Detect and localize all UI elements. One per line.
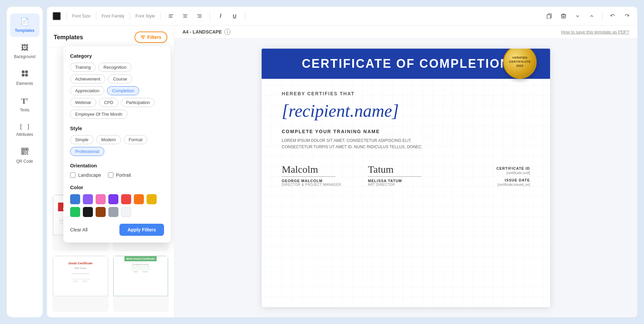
cert-signature-2: Tatum MELISSA TATUM ART DIRECTOR	[368, 164, 422, 186]
svg-rect-9	[22, 152, 24, 154]
canvas-area: A4 - LANDSCAPE i How to save this templa…	[174, 25, 637, 317]
italic-button[interactable]: I	[215, 11, 225, 21]
svg-rect-19	[183, 16, 187, 16]
sidebar-item-templates[interactable]: 📄 Templates	[10, 13, 40, 37]
seal-line3: 2022	[516, 64, 524, 67]
style-simple[interactable]: Simple	[70, 135, 94, 144]
svg-rect-15	[169, 14, 173, 15]
pdf-hint[interactable]: How to save this template as PDF?	[561, 30, 629, 35]
info-icon[interactable]: i	[224, 29, 230, 35]
main-area: Font Size Font Family Font Style I U	[43, 0, 644, 324]
canvas-format: A4 - LANDSCAPE i	[182, 29, 230, 35]
style-modern[interactable]: Modern	[96, 135, 121, 144]
qrcode-icon	[21, 148, 29, 157]
color-green[interactable]	[70, 207, 80, 217]
sig2-name: Tatum	[368, 164, 393, 175]
sidebar-item-attributes[interactable]: [ ] Attributes	[10, 119, 40, 141]
filters-btn-label: Filters	[147, 35, 161, 40]
color-orange[interactable]	[134, 194, 144, 204]
toolbar-divider-1	[66, 12, 67, 20]
card4-header: Birth Doula Certificate	[124, 256, 157, 261]
tag-webinar[interactable]: Webinar	[70, 98, 96, 107]
tag-achievement[interactable]: Achievement	[70, 74, 105, 84]
color-gray[interactable]	[108, 207, 118, 217]
gold-seal-circle: VERIFIED CERTIFICATE 2022	[503, 49, 537, 79]
portrait-checkbox[interactable]	[108, 172, 113, 178]
sidebar-item-elements[interactable]: Elements	[10, 66, 40, 90]
orientation-portrait[interactable]: Portrait	[108, 172, 131, 178]
color-violet[interactable]	[83, 194, 93, 204]
filter-dropdown: Category Training Recognition Achievemen…	[63, 46, 171, 242]
sidebar-item-label: Templates	[15, 28, 34, 33]
svg-rect-18	[183, 14, 187, 15]
underline-button[interactable]: U	[229, 11, 239, 21]
align-center-button[interactable]	[180, 11, 190, 21]
sig1-name: Malcolm	[282, 164, 318, 175]
color-title: Color	[70, 184, 164, 190]
orientation-landscape[interactable]: Landscape	[70, 172, 101, 178]
style-professional[interactable]: Professional	[70, 147, 104, 156]
svg-rect-1	[25, 70, 28, 73]
color-purple[interactable]	[108, 194, 118, 204]
filters-button[interactable]: Filters	[135, 32, 167, 43]
color-brown[interactable]	[96, 207, 106, 217]
color-picker-swatch[interactable]	[52, 12, 61, 20]
orientation-title: Orientation	[70, 163, 164, 168]
tag-appreciation[interactable]: Appreciation	[70, 86, 104, 95]
font-family-label[interactable]: Font Family	[102, 13, 124, 18]
tag-recognition[interactable]: Recognition	[98, 63, 131, 72]
move-down-button[interactable]	[573, 11, 583, 21]
template-card-birth[interactable]: Birth Doula Certificate [recipient.name]…	[113, 255, 169, 312]
cert-issue-label: ISSUE DATE	[496, 178, 530, 182]
tag-training[interactable]: Training	[70, 63, 96, 72]
toolbar-divider-2	[96, 12, 96, 20]
delete-button[interactable]	[558, 11, 569, 21]
sidebar-item-qrcode[interactable]: QR Code	[10, 144, 40, 168]
card3-subtitle: Birth Doula	[74, 267, 86, 269]
filter-icon	[141, 35, 145, 40]
format-label: A4 - LANDSCAPE	[182, 29, 222, 35]
tag-employee-of-the-month[interactable]: Employee Of The Month	[70, 110, 127, 119]
color-blue[interactable]	[70, 194, 80, 204]
sidebar-item-texts[interactable]: Tr Texts	[10, 93, 40, 116]
filter-actions: Clear All Apply Filters	[70, 224, 164, 236]
clear-all-button[interactable]: Clear All	[70, 227, 88, 232]
cert-main-title: CERTIFICATE OF COMPLETION	[302, 57, 510, 71]
sidebar-item-background[interactable]: 🖼 Background	[10, 40, 40, 63]
template-card-doula2[interactable]: Doula Certificate Birth Doula [recipient…	[52, 255, 109, 312]
cert-training-label: COMPLETE YOUR TRAINING NAME	[282, 129, 530, 134]
font-size-label[interactable]: Font Size	[72, 13, 91, 18]
color-yellow[interactable]	[147, 194, 157, 204]
align-left-button[interactable]	[166, 11, 176, 21]
apply-filters-button[interactable]: Apply Filters	[119, 224, 164, 236]
font-style-label[interactable]: Font Style	[136, 13, 155, 18]
toolbar-divider-6	[245, 12, 245, 20]
redo-button[interactable]	[622, 11, 632, 21]
tag-course[interactable]: Course	[108, 74, 132, 84]
color-black[interactable]	[83, 207, 93, 217]
orientation-options: Landscape Portrait	[70, 172, 164, 178]
undo-button[interactable]	[608, 11, 618, 21]
cert-recipient[interactable]: [recipient.name]	[282, 101, 530, 121]
landscape-checkbox[interactable]	[70, 172, 75, 178]
sidebar-item-label: QR Code	[16, 159, 33, 164]
canvas-scroll[interactable]: CERTIFICATE OF COMPLETION VERIFIED CERTI…	[174, 39, 637, 317]
color-pink[interactable]	[96, 194, 106, 204]
svg-rect-13	[27, 154, 28, 155]
seal-line2: CERTIFICATE	[509, 60, 531, 63]
landscape-label: Landscape	[78, 172, 101, 178]
copy-button[interactable]	[544, 11, 554, 21]
color-red[interactable]	[121, 194, 131, 204]
tag-participation[interactable]: Participation	[121, 98, 155, 107]
sig2-line	[368, 176, 422, 177]
tag-completion[interactable]: Completion	[107, 86, 139, 95]
color-white[interactable]	[121, 207, 131, 217]
move-up-button[interactable]	[587, 11, 597, 21]
cert-body: HEREBY CERTIFIES THAT [recipient.name] C…	[262, 79, 550, 200]
tag-cpd[interactable]: CPD	[99, 98, 118, 107]
svg-rect-25	[547, 15, 550, 19]
align-right-button[interactable]	[194, 11, 204, 21]
toolbar-divider-5	[210, 12, 210, 20]
style-formal[interactable]: Formal	[124, 135, 147, 144]
seal-line1: VERIFIED	[512, 56, 528, 59]
